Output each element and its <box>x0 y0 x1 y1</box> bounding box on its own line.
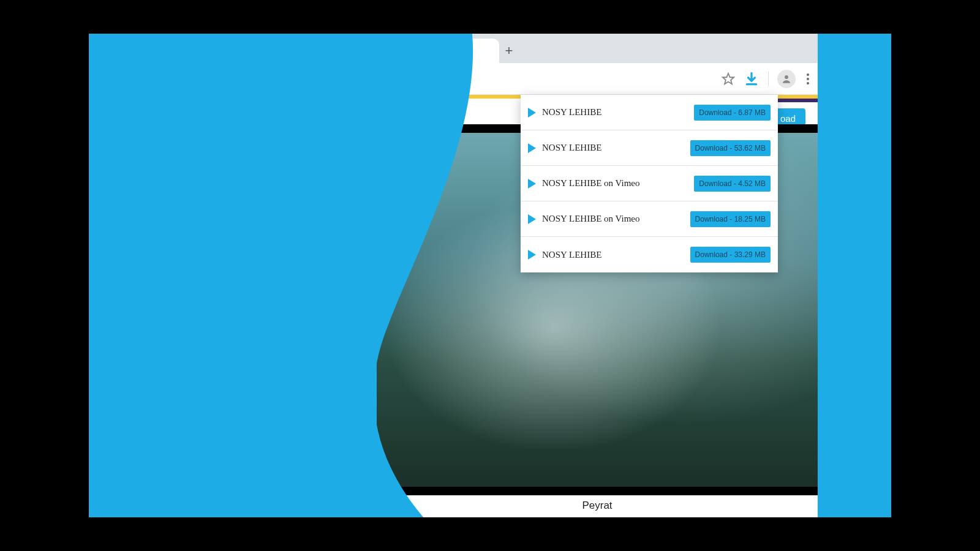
download-item-title: NOSY LEHIBE <box>542 107 688 118</box>
download-item-title: NOSY LEHIBE <box>542 250 684 260</box>
download-item: NOSY LEHIBE on Vimeo Download - 18.25 MB <box>521 201 778 237</box>
download-item-title: NOSY LEHIBE on Vimeo <box>542 178 688 189</box>
download-item-title: NOSY LEHIBE on Vimeo <box>542 214 684 224</box>
format-mp4: MP4 <box>238 292 272 340</box>
svg-marker-1 <box>723 73 734 83</box>
download-item: NOSY LEHIBE Download - 33.29 MB <box>521 237 778 272</box>
separator <box>768 72 769 86</box>
play-icon <box>528 250 536 260</box>
format-flv: FLV <box>298 292 332 340</box>
mp4-icon <box>238 292 272 324</box>
svg-rect-0 <box>266 161 304 169</box>
format-avi: AVİ <box>178 292 212 340</box>
play-icon <box>528 143 536 153</box>
download-item: NOSY LEHIBE on Vimeo Download - 4.52 MB <box>521 166 778 201</box>
download-item-title: NOSY LEHIBE <box>542 143 684 153</box>
svg-point-2 <box>785 75 788 79</box>
download-item: NOSY LEHIBE Download - 53.62 MB <box>521 130 778 166</box>
address-bar: .com/363557083 <box>377 63 818 95</box>
download-button[interactable]: Download - 33.29 MB <box>690 247 771 263</box>
close-tab-icon[interactable]: × <box>459 45 466 58</box>
play-icon <box>528 108 536 118</box>
video-caption: Peyrat <box>377 497 818 515</box>
url-display[interactable]: .com/363557083 <box>389 72 713 85</box>
bookmark-star-icon[interactable] <box>722 72 735 86</box>
format-label: AVİ <box>187 328 202 338</box>
download-button[interactable]: Download - 53.62 MB <box>690 140 771 156</box>
new-tab-button[interactable]: + <box>499 39 519 63</box>
url-path: 363557083 <box>416 72 471 84</box>
format-label: FLV <box>306 328 324 338</box>
play-icon <box>528 214 536 224</box>
download-button[interactable]: Download - 4.52 MB <box>694 176 771 192</box>
extension-popup: NOSY LEHIBE Download - 6.87 MB NOSY LEHI… <box>521 95 778 272</box>
format-label: MP4 <box>245 328 265 338</box>
download-logo-icon <box>251 107 318 174</box>
download-button[interactable]: Download - 6.87 MB <box>694 105 771 121</box>
browser-window: »SY LEHIBE on × + .com/363557083 <box>377 34 818 517</box>
avi-icon <box>178 292 212 324</box>
app-canvas: Video Downlaoder Pro Download video from… <box>89 34 891 517</box>
download-button[interactable]: Download - 18.25 MB <box>690 211 771 227</box>
browser-menu-icon[interactable] <box>804 73 812 84</box>
browser-tab[interactable]: »SY LEHIBE on × <box>377 39 499 63</box>
profile-avatar-icon[interactable] <box>777 70 796 88</box>
downloader-extension-icon[interactable] <box>744 71 760 87</box>
url-domain: .com/ <box>389 72 416 84</box>
play-icon <box>528 179 536 189</box>
download-item: NOSY LEHIBE Download - 6.87 MB <box>521 95 778 130</box>
tab-strip: »SY LEHIBE on × + <box>377 34 818 63</box>
flv-icon <box>298 292 332 324</box>
tab-title: »SY LEHIBE on <box>385 46 450 56</box>
promo-title-main: Video Downlaoder <box>145 189 381 218</box>
